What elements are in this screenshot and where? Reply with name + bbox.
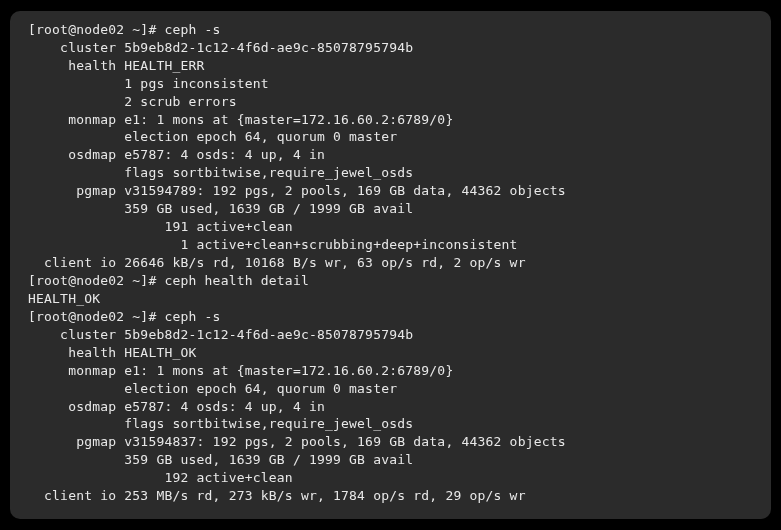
terminal-line: [root@node02 ~]# ceph -s xyxy=(28,308,753,326)
terminal-line: 192 active+clean xyxy=(28,469,753,487)
terminal-line: cluster 5b9eb8d2-1c12-4f6d-ae9c-85078795… xyxy=(28,39,753,57)
terminal-line: health HEALTH_ERR xyxy=(28,57,753,75)
terminal-line: [root@node02 ~]# ceph -s xyxy=(28,21,753,39)
terminal-window: [root@node02 ~]# ceph -s cluster 5b9eb8d… xyxy=(10,11,771,519)
terminal-line: osdmap e5787: 4 osds: 4 up, 4 in xyxy=(28,398,753,416)
terminal-line: monmap e1: 1 mons at {master=172.16.60.2… xyxy=(28,111,753,129)
terminal-line: pgmap v31594789: 192 pgs, 2 pools, 169 G… xyxy=(28,182,753,200)
terminal-line: client io 26646 kB/s rd, 10168 B/s wr, 6… xyxy=(28,254,753,272)
terminal-line: client io 253 MB/s rd, 273 kB/s wr, 1784… xyxy=(28,487,753,505)
terminal-line: flags sortbitwise,require_jewel_osds xyxy=(28,164,753,182)
terminal-line: osdmap e5787: 4 osds: 4 up, 4 in xyxy=(28,146,753,164)
terminal-line: health HEALTH_OK xyxy=(28,344,753,362)
terminal-line: HEALTH_OK xyxy=(28,290,753,308)
terminal-line: 191 active+clean xyxy=(28,218,753,236)
terminal-line: cluster 5b9eb8d2-1c12-4f6d-ae9c-85078795… xyxy=(28,326,753,344)
terminal-line: pgmap v31594837: 192 pgs, 2 pools, 169 G… xyxy=(28,433,753,451)
terminal-line: election epoch 64, quorum 0 master xyxy=(28,128,753,146)
terminal-line: election epoch 64, quorum 0 master xyxy=(28,380,753,398)
terminal-line: monmap e1: 1 mons at {master=172.16.60.2… xyxy=(28,362,753,380)
terminal-line: 1 pgs inconsistent xyxy=(28,75,753,93)
terminal-line: 1 active+clean+scrubbing+deep+inconsiste… xyxy=(28,236,753,254)
terminal-output: [root@node02 ~]# ceph -s cluster 5b9eb8d… xyxy=(10,11,771,519)
terminal-line: [root@node02 ~]# ceph health detail xyxy=(28,272,753,290)
terminal-line: 2 scrub errors xyxy=(28,93,753,111)
terminal-line: 359 GB used, 1639 GB / 1999 GB avail xyxy=(28,200,753,218)
terminal-line: 359 GB used, 1639 GB / 1999 GB avail xyxy=(28,451,753,469)
terminal-line: flags sortbitwise,require_jewel_osds xyxy=(28,415,753,433)
